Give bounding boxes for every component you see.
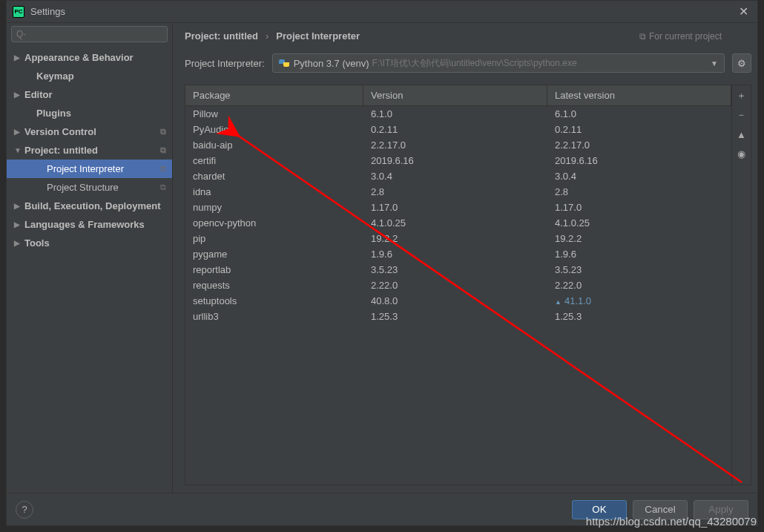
table-row[interactable]: baidu-aip2.2.17.02.2.17.0 (185, 137, 731, 153)
question-icon: ? (22, 504, 27, 515)
python-icon (279, 58, 289, 68)
table-row[interactable]: pip19.2.219.2.2 (185, 231, 731, 246)
cell-package: Pillow (185, 107, 363, 121)
cell-latest: 2.8 (547, 185, 731, 199)
cell-package: chardet (185, 169, 363, 183)
table-row[interactable]: numpy1.17.01.17.0 (185, 200, 731, 215)
chevron-down-icon: ▼ (14, 146, 24, 154)
table-row[interactable]: Pillow6.1.06.1.0 (185, 106, 731, 122)
eye-icon: ◉ (737, 148, 745, 160)
cell-version: 1.9.6 (363, 247, 547, 261)
sidebar-item-label: Appearance & Behavior (24, 52, 134, 63)
col-package[interactable]: Package (185, 85, 363, 105)
cell-package: baidu-aip (185, 138, 363, 152)
window-title: Settings (30, 6, 736, 17)
col-version[interactable]: Version (363, 85, 547, 105)
sidebar-item-project-untitled[interactable]: ▼Project: untitled⧉ (7, 141, 172, 160)
current-project-hint: ⧉ For current project (639, 31, 722, 42)
sidebar-item-plugins[interactable]: ▶Plugins (7, 104, 172, 122)
chevron-right-icon: ▶ (14, 220, 24, 229)
sidebar-item-label: Keymap (36, 70, 74, 82)
chevron-right-icon: ▶ (14, 128, 24, 136)
breadcrumb: Project: untitled › Project Interpreter … (185, 30, 751, 42)
cell-version: 1.25.3 (363, 309, 547, 324)
cell-package: idna (185, 185, 363, 199)
table-row[interactable]: certifi2019.6.162019.6.16 (185, 153, 731, 168)
sidebar-item-project-structure[interactable]: ▶Project Structure⧉ (7, 178, 172, 197)
apply-button[interactable]: Apply (694, 500, 748, 519)
cell-latest: ▲41.1.0 (547, 294, 731, 308)
cell-latest: 1.25.3 (547, 309, 731, 324)
remove-package-button[interactable]: － (734, 108, 749, 122)
upgrade-package-button[interactable]: ▲ (734, 127, 749, 142)
breadcrumb-project: Project: untitled (185, 30, 258, 42)
chevron-right-icon: ▶ (14, 202, 24, 210)
cell-version: 1.17.0 (363, 200, 547, 214)
dialog-content: ▶Appearance & Behavior▶Keymap▶Editor▶Plu… (7, 23, 757, 493)
sidebar-item-label: Editor (24, 89, 53, 100)
interpreter-label: Project Interpreter: (185, 58, 265, 69)
main-panel: Project: untitled › Project Interpreter … (173, 23, 757, 493)
cell-package: certifi (185, 154, 363, 168)
cell-version: 2.22.0 (363, 278, 547, 292)
cell-latest: 2019.6.16 (547, 154, 731, 168)
table-row[interactable]: chardet3.0.43.0.4 (185, 168, 731, 184)
gear-button[interactable]: ⚙ (732, 53, 751, 73)
sidebar-item-project-interpreter[interactable]: ▶Project Interpreter⧉ (7, 160, 172, 178)
help-button[interactable]: ? (16, 501, 33, 519)
cell-package: setuptools (185, 294, 363, 308)
copy-icon: ⧉ (160, 145, 166, 155)
table-body: Pillow6.1.06.1.0PyAudio0.2.110.2.11baidu… (185, 106, 731, 485)
table-row[interactable]: PyAudio0.2.110.2.11 (185, 122, 731, 137)
cell-latest: 3.0.4 (547, 169, 731, 183)
cell-version: 3.0.4 (363, 169, 547, 183)
cell-package: requests (185, 278, 363, 292)
table-row[interactable]: urllib31.25.31.25.3 (185, 309, 731, 324)
sidebar-item-keymap[interactable]: ▶Keymap (7, 67, 172, 85)
ok-button[interactable]: OK (572, 500, 627, 519)
sidebar-item-languages-frameworks[interactable]: ▶Languages & Frameworks (7, 215, 172, 234)
table-row[interactable]: requests2.22.02.22.0 (185, 278, 731, 293)
breadcrumb-page: Project Interpreter (276, 30, 360, 42)
sidebar-item-tools[interactable]: ▶Tools (7, 234, 172, 252)
sidebar-item-label: Build, Execution, Deployment (24, 200, 160, 211)
interpreter-row: Project Interpreter: Python 3.7 (venv) F… (185, 53, 751, 73)
search-row (7, 23, 172, 45)
breadcrumb-separator: › (266, 30, 269, 42)
sidebar-item-appearance-behavior[interactable]: ▶Appearance & Behavior (7, 48, 172, 67)
sidebar-item-editor[interactable]: ▶Editor (7, 85, 172, 104)
sidebar-item-build-execution-deployment[interactable]: ▶Build, Execution, Deployment (7, 197, 172, 215)
table-row[interactable]: opencv-python4.1.0.254.1.0.25 (185, 215, 731, 231)
sidebar: ▶Appearance & Behavior▶Keymap▶Editor▶Plu… (7, 23, 173, 493)
cell-latest: 19.2.2 (547, 231, 731, 246)
add-package-button[interactable]: ＋ (734, 88, 749, 103)
col-latest[interactable]: Latest version (547, 85, 731, 105)
table-row[interactable]: setuptools40.8.0▲41.1.0 (185, 293, 731, 309)
cell-version: 2019.6.16 (363, 154, 547, 168)
table-row[interactable]: reportlab3.5.233.5.23 (185, 262, 731, 278)
show-early-releases-button[interactable]: ◉ (734, 146, 749, 161)
chevron-right-icon: ▶ (14, 239, 24, 247)
table-header: Package Version Latest version (185, 85, 731, 106)
copy-icon: ⧉ (160, 127, 166, 137)
cell-version: 6.1.0 (363, 107, 547, 121)
sidebar-item-label: Plugins (36, 108, 71, 119)
table-row[interactable]: pygame1.9.61.9.6 (185, 246, 731, 262)
gear-icon: ⚙ (737, 58, 746, 69)
packages-table: Package Version Latest version Pillow6.1… (185, 85, 731, 485)
cell-package: PyAudio (185, 122, 363, 137)
sidebar-item-label: Project Structure (47, 182, 119, 193)
close-icon[interactable]: ✕ (736, 4, 751, 19)
cell-package: pip (185, 231, 363, 246)
dialog-footer: ? OK Cancel Apply (7, 493, 757, 525)
sidebar-item-version-control[interactable]: ▶Version Control⧉ (7, 122, 172, 141)
cell-package: pygame (185, 247, 363, 261)
cell-package: opencv-python (185, 216, 363, 230)
minus-icon: － (737, 108, 746, 122)
table-row[interactable]: idna2.82.8 (185, 184, 731, 200)
cancel-button[interactable]: Cancel (633, 500, 688, 519)
titlebar: PC Settings ✕ (7, 1, 757, 23)
interpreter-select[interactable]: Python 3.7 (venv) F:\IT培优\大创\代码\untitled… (272, 53, 725, 73)
cell-latest: 0.2.11 (547, 122, 731, 137)
search-input[interactable] (11, 26, 168, 42)
